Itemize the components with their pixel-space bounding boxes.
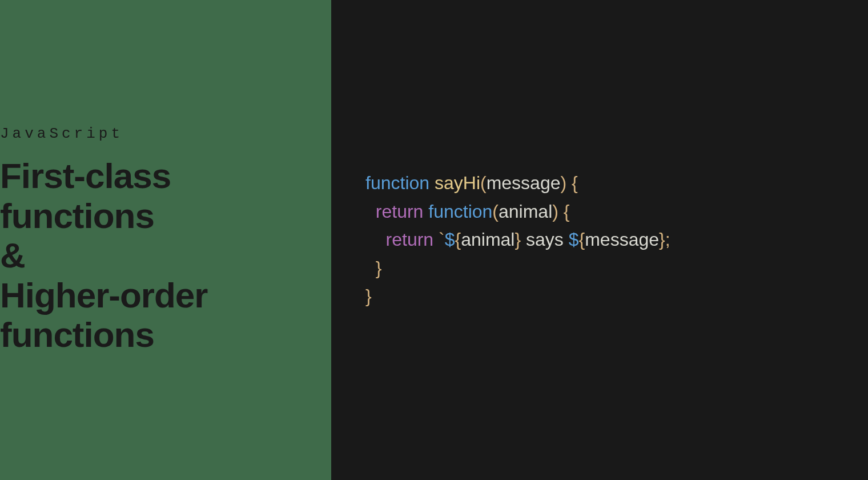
template-brace-open: {	[455, 229, 461, 250]
code-line-5: }	[365, 286, 372, 306]
brace-close: }	[365, 286, 372, 306]
keyword-function: function	[365, 173, 429, 193]
title-panel: JavaScript First-class functions & Highe…	[0, 0, 331, 480]
paren-close: )	[560, 173, 566, 193]
backtick: `	[439, 229, 445, 250]
title-line: Higher-order	[0, 275, 207, 315]
code-line-1: function sayHi(message) {	[365, 173, 578, 193]
code-line-3: return `${animal} says ${message};	[365, 229, 670, 250]
keyword-return: return	[376, 201, 424, 222]
code-line-4: }	[365, 258, 381, 278]
template-brace-close: }	[515, 229, 521, 250]
title-line: functions	[0, 315, 154, 354]
code-line-2: return function(animal) {	[365, 201, 570, 222]
title-line: First-class	[0, 156, 171, 195]
variable: message	[585, 229, 659, 250]
parameter: message	[487, 173, 561, 193]
template-brace-open: {	[579, 229, 585, 250]
parameter: animal	[499, 201, 552, 222]
brace-close: }	[376, 258, 382, 278]
code-panel: function sayHi(message) { return functio…	[331, 0, 868, 480]
brace-open: {	[572, 173, 578, 193]
eyebrow-text: JavaScript	[0, 125, 331, 142]
paren-open: (	[480, 173, 487, 193]
brace-open: {	[564, 201, 570, 222]
code-block: function sayHi(message) { return functio…	[365, 169, 845, 311]
template-dollar: $	[445, 229, 455, 250]
function-name: sayHi	[435, 173, 480, 193]
variable: animal	[461, 229, 515, 250]
semicolon: ;	[665, 229, 670, 250]
keyword-function: function	[428, 201, 492, 222]
title-line: functions	[0, 196, 154, 235]
paren-open: (	[492, 201, 499, 222]
template-dollar: $	[569, 229, 579, 250]
title-line: &	[0, 235, 25, 275]
main-title: First-class functions & Higher-order fun…	[0, 156, 331, 354]
string-text: says	[521, 229, 569, 250]
paren-close: )	[552, 201, 558, 222]
keyword-return: return	[386, 229, 434, 250]
template-brace-close: }	[659, 229, 665, 250]
